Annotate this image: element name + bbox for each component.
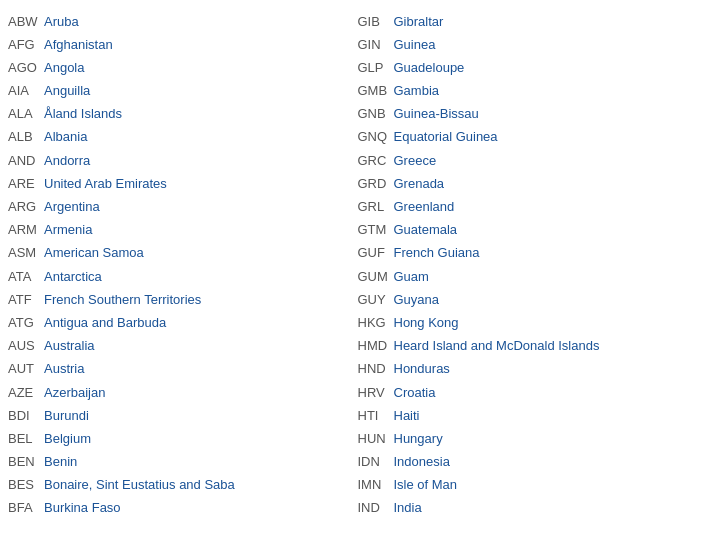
country-name[interactable]: Argentina [44, 198, 100, 216]
country-name[interactable]: Aruba [44, 13, 79, 31]
country-code: HMD [358, 337, 394, 355]
country-code: GUF [358, 244, 394, 262]
table-row: ARMArmenia [8, 219, 348, 242]
table-row: ALAÅland Islands [8, 103, 348, 126]
country-code: GUM [358, 268, 394, 286]
country-name[interactable]: French Southern Territories [44, 291, 201, 309]
country-name[interactable]: Guatemala [394, 221, 458, 239]
country-code: BEL [8, 430, 44, 448]
country-name[interactable]: Bonaire, Sint Eustatius and Saba [44, 476, 235, 494]
country-code: ATG [8, 314, 44, 332]
country-code: ATF [8, 291, 44, 309]
country-name[interactable]: Honduras [394, 360, 450, 378]
country-name[interactable]: Guam [394, 268, 429, 286]
country-name[interactable]: Benin [44, 453, 77, 471]
country-name[interactable]: Afghanistan [44, 36, 113, 54]
country-code: ARE [8, 175, 44, 193]
country-name[interactable]: Australia [44, 337, 95, 355]
table-row: GNBGuinea-Bissau [358, 103, 698, 126]
country-name[interactable]: Isle of Man [394, 476, 458, 494]
country-name[interactable]: Antigua and Barbuda [44, 314, 166, 332]
table-row: AREUnited Arab Emirates [8, 172, 348, 195]
country-name[interactable]: Hong Kong [394, 314, 459, 332]
table-row: INDIndia [358, 497, 698, 520]
table-row: ATAAntarctica [8, 265, 348, 288]
country-name[interactable]: Equatorial Guinea [394, 128, 498, 146]
country-code: GMB [358, 82, 394, 100]
table-row: AFGAfghanistan [8, 33, 348, 56]
country-code: GLP [358, 59, 394, 77]
country-name[interactable]: Austria [44, 360, 84, 378]
country-code: AZE [8, 384, 44, 402]
table-row: ATFFrench Southern Territories [8, 288, 348, 311]
country-name[interactable]: Croatia [394, 384, 436, 402]
table-row: BENBenin [8, 451, 348, 474]
country-name[interactable]: Burkina Faso [44, 499, 121, 517]
country-name[interactable]: Åland Islands [44, 105, 122, 123]
table-row: IDNIndonesia [358, 451, 698, 474]
country-name[interactable]: French Guiana [394, 244, 480, 262]
country-name[interactable]: American Samoa [44, 244, 144, 262]
table-row: HUNHungary [358, 427, 698, 450]
country-code: BES [8, 476, 44, 494]
country-name[interactable]: Burundi [44, 407, 89, 425]
country-name[interactable]: Hungary [394, 430, 443, 448]
table-row: HMDHeard Island and McDonald Islands [358, 335, 698, 358]
right-column: GIBGibraltarGINGuineaGLPGuadeloupeGMBGam… [358, 10, 698, 520]
country-name[interactable]: Armenia [44, 221, 92, 239]
country-code: AGO [8, 59, 44, 77]
table-row: HTIHaiti [358, 404, 698, 427]
country-name[interactable]: Angola [44, 59, 84, 77]
country-code: ATA [8, 268, 44, 286]
country-code: BDI [8, 407, 44, 425]
country-code: GRC [358, 152, 394, 170]
table-row: AGOAngola [8, 56, 348, 79]
country-name[interactable]: India [394, 499, 422, 517]
country-name[interactable]: Belgium [44, 430, 91, 448]
table-row: AIAAnguilla [8, 80, 348, 103]
country-name[interactable]: Heard Island and McDonald Islands [394, 337, 600, 355]
country-code: GUY [358, 291, 394, 309]
country-name[interactable]: Anguilla [44, 82, 90, 100]
country-name[interactable]: Gibraltar [394, 13, 444, 31]
country-name[interactable]: Gambia [394, 82, 440, 100]
country-code: GRD [358, 175, 394, 193]
country-name[interactable]: Greece [394, 152, 437, 170]
country-code: ABW [8, 13, 44, 31]
table-row: GIBGibraltar [358, 10, 698, 33]
table-row: GTMGuatemala [358, 219, 698, 242]
country-name[interactable]: Antarctica [44, 268, 102, 286]
country-name[interactable]: Azerbaijan [44, 384, 105, 402]
country-code: HUN [358, 430, 394, 448]
country-code: ALA [8, 105, 44, 123]
country-code: AFG [8, 36, 44, 54]
country-name[interactable]: Guadeloupe [394, 59, 465, 77]
country-code: AUT [8, 360, 44, 378]
table-row: GMBGambia [358, 80, 698, 103]
country-name[interactable]: Guinea [394, 36, 436, 54]
country-code: HKG [358, 314, 394, 332]
table-row: GUMGuam [358, 265, 698, 288]
country-name[interactable]: Grenada [394, 175, 445, 193]
country-code: ASM [8, 244, 44, 262]
country-name[interactable]: United Arab Emirates [44, 175, 167, 193]
table-row: GRLGreenland [358, 196, 698, 219]
table-row: ATGAntigua and Barbuda [8, 311, 348, 334]
table-row: AZEAzerbaijan [8, 381, 348, 404]
table-row: AUSAustralia [8, 335, 348, 358]
country-code: GRL [358, 198, 394, 216]
country-code: HRV [358, 384, 394, 402]
country-name[interactable]: Guyana [394, 291, 440, 309]
country-code: HTI [358, 407, 394, 425]
country-code: ARM [8, 221, 44, 239]
country-name[interactable]: Indonesia [394, 453, 450, 471]
left-column: ABWArubaAFGAfghanistanAGOAngolaAIAAnguil… [8, 10, 348, 520]
table-row: ASMAmerican Samoa [8, 242, 348, 265]
table-row: ABWAruba [8, 10, 348, 33]
country-name[interactable]: Guinea-Bissau [394, 105, 479, 123]
country-name[interactable]: Haiti [394, 407, 420, 425]
country-name[interactable]: Andorra [44, 152, 90, 170]
country-name[interactable]: Albania [44, 128, 87, 146]
country-name[interactable]: Greenland [394, 198, 455, 216]
table-row: HKGHong Kong [358, 311, 698, 334]
